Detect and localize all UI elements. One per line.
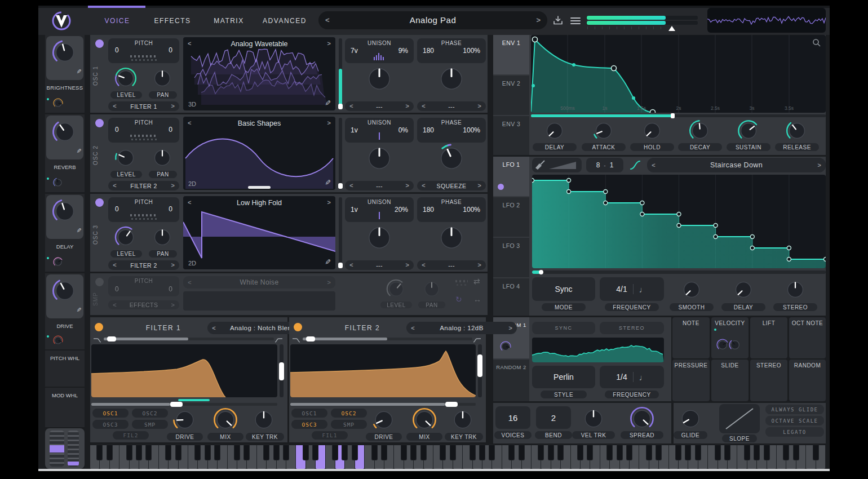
osc3-power-button[interactable] — [95, 198, 104, 207]
black-key[interactable] — [205, 445, 210, 460]
mod-source-stereo[interactable]: STEREO — [750, 360, 787, 401]
osc1-unison-knob[interactable] — [364, 64, 395, 94]
preset-browser[interactable]: Analog Pad — [318, 11, 547, 29]
mod-source-velocity[interactable]: VELOCITY — [711, 317, 749, 358]
osc1-power-button[interactable] — [95, 39, 104, 48]
filter1-input-osc1[interactable]: OSC1 — [92, 409, 129, 418]
osc1-pan-knob[interactable] — [151, 67, 174, 90]
env-decay-knob[interactable] — [689, 119, 711, 142]
osc3-phase-box[interactable]: PHASE 180 100% — [417, 197, 486, 222]
glide-knob[interactable] — [678, 406, 703, 431]
pitch-wheel[interactable] — [50, 431, 64, 467]
tab-effects[interactable]: EFFECTS — [150, 17, 195, 25]
random-style-box[interactable]: Perlin — [532, 366, 595, 388]
osc2-phase-box[interactable]: PHASE 180 100% — [417, 118, 486, 143]
env-attack-knob[interactable] — [592, 119, 615, 142]
lfo-stereo-knob[interactable] — [784, 278, 807, 301]
black-key[interactable] — [352, 445, 357, 460]
osc2-unison-box[interactable]: UNISON 1v 0% — [345, 118, 414, 143]
preset-next-button[interactable] — [536, 16, 541, 24]
reverb-knob[interactable] — [52, 119, 78, 145]
black-key[interactable] — [685, 445, 690, 460]
always-glide-button[interactable]: ALWAYS GLIDE — [765, 405, 824, 414]
mod-source-pressure[interactable]: PRESSURE — [672, 360, 710, 401]
slope-display[interactable] — [719, 404, 760, 433]
black-key[interactable] — [627, 445, 632, 460]
filter1-keytrk-knob[interactable] — [251, 407, 276, 432]
osc2-level-knob[interactable] — [114, 147, 137, 169]
save-preset-icon[interactable] — [552, 15, 564, 28]
random-display[interactable] — [532, 338, 664, 362]
spread-knob[interactable] — [630, 406, 654, 431]
osc2-frame-slider[interactable] — [339, 118, 342, 189]
black-key[interactable] — [764, 445, 769, 460]
osc2-power-button[interactable] — [95, 119, 104, 127]
tab-advanced[interactable]: ADVANCED — [259, 17, 310, 25]
delay-knob[interactable] — [52, 198, 78, 224]
tab-env1[interactable]: ENV 1 — [493, 35, 529, 74]
tab-lfo2[interactable]: LFO 2 — [493, 197, 529, 237]
osc3-unison-knob[interactable] — [364, 223, 395, 253]
osc2-unison-mode[interactable]: --- — [345, 181, 414, 190]
unison-voices[interactable]: 7v — [351, 47, 358, 55]
sampler-random-phase-icon[interactable]: ⇄ — [473, 277, 480, 286]
filter2-keytrk-knob[interactable] — [450, 407, 475, 432]
env-release-knob[interactable] — [786, 119, 808, 142]
macro-mod-indicator[interactable] — [53, 335, 63, 345]
black-key[interactable] — [146, 445, 151, 460]
pitch-cents[interactable]: 0 — [169, 46, 172, 54]
filter2-blend-slider[interactable] — [303, 338, 472, 340]
envelope-display[interactable]: 500ms 1s 1.5s 2s 2.5s 3s 3.5s — [531, 35, 826, 113]
black-key[interactable] — [176, 445, 181, 460]
black-key[interactable] — [215, 445, 220, 460]
sampler-level-knob[interactable] — [386, 279, 406, 299]
osc3-phase-mode[interactable]: --- — [417, 260, 486, 270]
edit-macro-icon[interactable] — [75, 148, 82, 153]
filter2-input-osc1[interactable]: OSC1 — [291, 409, 327, 418]
env-delay-knob[interactable] — [543, 119, 566, 142]
black-key[interactable] — [264, 445, 269, 460]
black-key[interactable] — [696, 445, 701, 460]
filter1-resonance-slider[interactable] — [280, 344, 284, 397]
filter2-response-display[interactable] — [290, 344, 476, 397]
osc2-wavetable-name[interactable]: Basic Shapes — [183, 119, 335, 127]
filter2-input-osc3[interactable]: OSC3 — [291, 420, 327, 429]
filter1-power-button[interactable] — [95, 323, 103, 331]
mod-source-note[interactable]: NOTE — [672, 317, 710, 358]
filter1-mix-knob[interactable] — [213, 407, 238, 432]
mod-source-random[interactable]: RANDOM — [789, 360, 826, 401]
osc1-pitch-box[interactable]: PITCH 0 0 — [108, 38, 179, 63]
filter1-input-osc3[interactable]: OSC3 — [92, 420, 129, 429]
velocity-mod-indicator[interactable] — [729, 339, 741, 351]
tab-lfo3[interactable]: LFO 3 — [493, 238, 529, 277]
wavetable-edit-icon[interactable] — [324, 100, 332, 106]
black-key[interactable] — [646, 445, 652, 460]
phase-random[interactable]: 100% — [463, 47, 480, 55]
frame-scroll-handle[interactable] — [248, 186, 271, 189]
lfo-mode-box[interactable]: Sync — [532, 277, 595, 301]
lfo-shape-selector[interactable]: Staircase Down — [647, 158, 826, 172]
black-key[interactable] — [372, 445, 377, 460]
filter1-input-osc2[interactable]: OSC2 — [132, 409, 168, 418]
macro-mod-indicator[interactable] — [53, 178, 63, 188]
tab-env3[interactable]: ENV 3 — [493, 116, 529, 155]
view-mode-label[interactable]: 2D — [188, 180, 196, 187]
bend-box[interactable]: 2 — [536, 406, 571, 429]
osc1-phase-knob[interactable] — [436, 64, 467, 94]
black-key[interactable] — [195, 445, 200, 460]
edit-macro-icon[interactable] — [75, 307, 82, 312]
random-frequency-box[interactable]: 1/4 — [600, 366, 664, 388]
velocity-mod-indicator[interactable] — [716, 339, 729, 351]
black-key[interactable] — [234, 445, 240, 460]
osc3-wavetable-display[interactable]: Low High Fold 2D — [183, 196, 335, 269]
filter2-resonance-slider[interactable] — [478, 344, 482, 397]
black-key[interactable] — [421, 445, 426, 460]
filter2-mix-knob[interactable] — [412, 407, 437, 432]
black-key[interactable] — [450, 445, 455, 460]
wavetable-edit-icon[interactable] — [324, 259, 332, 265]
black-key[interactable] — [480, 445, 485, 460]
pitch-semitones[interactable]: 0 — [115, 46, 119, 54]
brightness-knob[interactable] — [52, 39, 78, 65]
tab-voice[interactable]: VOICE — [95, 17, 140, 25]
filter2-drive-knob[interactable] — [371, 407, 396, 432]
